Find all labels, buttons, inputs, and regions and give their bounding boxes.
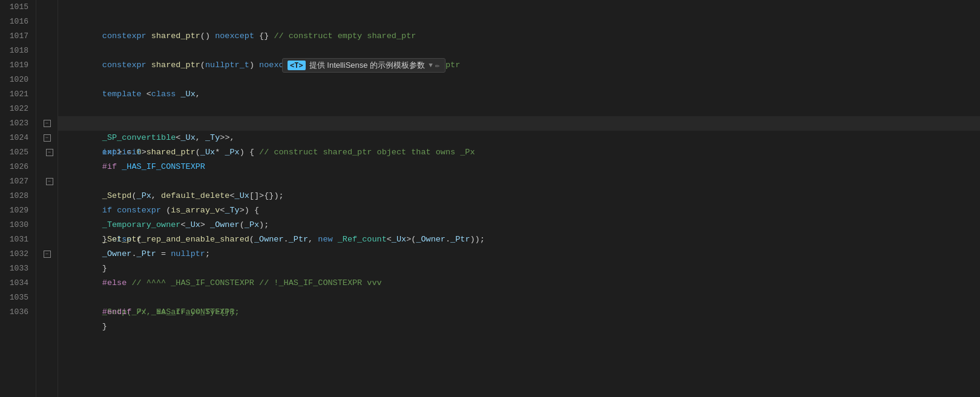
line-num-1026: 1026 [0,160,36,174]
line-num-1028: 1028 [0,189,36,203]
fold-button-1023[interactable]: − [44,120,51,127]
fold-1018 [36,44,58,58]
code-line-1023: explicit shared_ptr(_Ux* _Px) { // const… [58,116,980,131]
fold-1015 [36,0,58,15]
line-num-1027: 1027 [0,174,36,189]
fold-1029 [36,203,58,218]
code-line-1033: _Setp(_Px, is_array<_Ty>{}); [58,261,980,276]
code-line-1020: enable_if_t<conjunction_v<conditional_t<… [58,73,980,87]
line-num-1036: 1036 [0,305,36,320]
fold-1028 [36,189,58,203]
line-num-1016: 1016 [0,15,36,29]
code-line-1024: #if _HAS_IF_CONSTEXPR [58,131,980,145]
fold-button-1025[interactable]: − [46,149,53,156]
line-num-1034: 1034 [0,276,36,290]
code-line-1019: template <class _Ux, [58,58,980,73]
fold-1023[interactable]: − [36,116,58,131]
fold-1025[interactable]: − [36,145,58,160]
line-num-1021: 1021 [0,87,36,102]
line-num-1019: 1019 [0,58,36,73]
line-num-1025: 1025 [0,145,36,160]
tooltip-T-badge: <T> [288,61,306,70]
code-line-1016 [58,15,980,29]
fold-1024[interactable]: − [36,131,58,145]
code-line-1030: _Owner._Ptr = nullptr; [58,218,980,232]
intellisense-tooltip[interactable]: <T> 提供 IntelliSense 的示例模板参数 ▼ ✏ [282,58,446,73]
fold-1036 [36,305,58,320]
fold-1022 [36,102,58,116]
fold-1031 [36,232,58,247]
tooltip-edit-icon[interactable]: ✏ [435,61,440,70]
line-num-1015: 1015 [0,0,36,15]
line-num-1018: 1018 [0,44,36,58]
code-line-1017: constexpr shared_ptr(nullptr_t) noexcept… [58,29,980,44]
code-line-1029: _Set_ptr_rep_and_enable_shared(_Owner._P… [58,203,980,218]
code-line-1032: #else // ^^^^ _HAS_IF_CONSTEXPR // !_HAS… [58,247,980,261]
fold-button-1024[interactable]: − [44,134,51,142]
line-num-1035: 1035 [0,290,36,305]
code-content: <T> 提供 IntelliSense 的示例模板参数 ▼ ✏ constexp… [58,0,980,397]
fold-1027[interactable]: − [36,174,58,189]
fold-1030 [36,218,58,232]
code-line-1022: int> = 0> [58,102,980,116]
tooltip-dropdown-arrow[interactable]: ▼ [429,62,433,69]
fold-1033 [36,261,58,276]
tooltip-description: 提供 IntelliSense 的示例模板参数 [309,60,425,71]
code-line-1034: #endif // _HAS_IF_CONSTEXPR [58,276,980,290]
line-numbers: 1015 1016 1017 1018 1019 1020 1021 1022 … [0,0,36,397]
code-line-1015: constexpr shared_ptr() noexcept {} // co… [58,0,980,15]
code-line-1026: _Setpd(_Px, default_delete<_Ux[]>{}); [58,160,980,174]
code-line-1035: } [58,290,980,305]
code-line-1021: _SP_convertible<_Ux, _Ty>>, [58,87,980,102]
fold-1019 [36,58,58,73]
code-line-1028: _Temporary_owner<_Ux> _Owner(_Px); [58,189,980,203]
code-line-1018 [58,44,980,58]
code-line-1025: if constexpr (is_array_v<_Ty>) { [58,145,980,160]
line-num-1033: 1033 [0,261,36,276]
fold-1016 [36,15,58,29]
fold-column: − − − − − [36,0,58,397]
line-num-1031: 1031 [0,232,36,247]
line-num-1017: 1017 [0,29,36,44]
fold-1017 [36,29,58,44]
line-num-1020: 1020 [0,73,36,87]
code-area: 1015 1016 1017 1018 1019 1020 1021 1022 … [0,0,980,397]
line-num-1029: 1029 [0,203,36,218]
fold-button-1032[interactable]: − [44,251,51,258]
line-num-1030: 1030 [0,218,36,232]
line-num-1024: 1024 [0,131,36,145]
fold-1032[interactable]: − [36,247,58,261]
fold-1020 [36,73,58,87]
line-num-1022: 1022 [0,102,36,116]
code-line-1031: } [58,232,980,247]
code-editor: 1015 1016 1017 1018 1019 1020 1021 1022 … [0,0,980,397]
code-line-1027: } else { [58,174,980,189]
fold-1034 [36,276,58,290]
fold-1021 [36,87,58,102]
line-num-1023: 1023 [0,116,36,131]
fold-button-1027[interactable]: − [46,178,53,185]
line-num-1032: 1032 [0,247,36,261]
code-line-1036 [58,305,980,320]
fold-1035 [36,290,58,305]
fold-1026 [36,160,58,174]
